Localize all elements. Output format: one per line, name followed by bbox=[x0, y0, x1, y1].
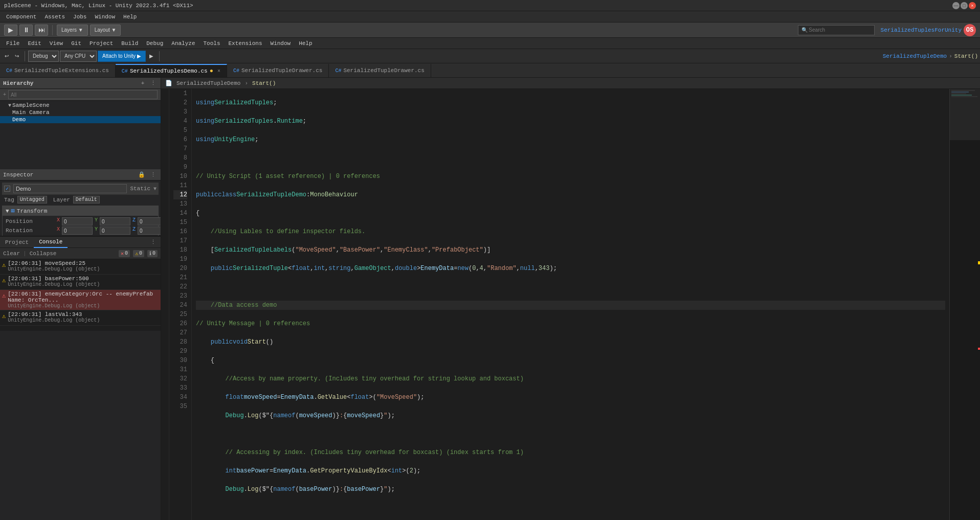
static-dropdown-arrow[interactable]: ▼ bbox=[153, 186, 157, 192]
hierarchy-search-input[interactable] bbox=[8, 90, 158, 99]
gameobject-name-row: Static ▼ bbox=[2, 183, 159, 195]
console-toolbar: Clear | Collapse ✕ 0 ⚠ 0 ℹ 0 bbox=[0, 248, 161, 259]
run-button[interactable]: ▶ bbox=[147, 51, 156, 62]
tab-3[interactable]: C# SerializedTupleDrawer.cs bbox=[329, 64, 431, 77]
tab-close-1[interactable]: × bbox=[217, 69, 220, 74]
pause-button[interactable]: ⏸ bbox=[19, 25, 33, 36]
gameobject-name-input[interactable] bbox=[13, 184, 127, 193]
rotation-row: Rotation X Y Z bbox=[6, 226, 155, 235]
x-label: X bbox=[57, 217, 60, 225]
separator3 bbox=[159, 51, 160, 61]
vs-breadcrumb-bar: 📄 SerializedTupleDemo › Start() bbox=[161, 78, 980, 89]
code-content[interactable]: using SerializedTuples; using Serialized… bbox=[192, 89, 949, 520]
tab-label-0: SerializedTupleExtensions.cs bbox=[14, 67, 109, 74]
tab-2[interactable]: C# SerializedTupleDrawer.cs bbox=[227, 64, 329, 77]
console-tab[interactable]: Console bbox=[34, 237, 68, 248]
layer-value[interactable]: Default bbox=[73, 196, 100, 204]
gameobject-active-checkbox[interactable] bbox=[4, 186, 10, 192]
breadcrumb-file-icon: 📄 bbox=[165, 80, 172, 86]
console-text-1: [22:06:31] basePower:500 UnityEngine.Deb… bbox=[8, 276, 100, 287]
rotation-x-input[interactable] bbox=[62, 227, 93, 235]
hierarchy-camera-item[interactable]: Main Camera bbox=[0, 109, 161, 116]
inspector-title: Inspector bbox=[3, 172, 33, 178]
vs-menu-tools[interactable]: Tools bbox=[199, 39, 225, 48]
console-entry-0[interactable]: ⚠ [22:06:31] moveSpeed:25 UnityEngine.De… bbox=[0, 259, 161, 275]
vs-menu-extensions[interactable]: Extensions bbox=[225, 39, 266, 48]
menu-assets[interactable]: Assets bbox=[40, 13, 69, 21]
rz-label: Z bbox=[132, 227, 136, 235]
console-collapse-button[interactable]: Collapse bbox=[30, 251, 57, 257]
menu-help[interactable]: Help bbox=[119, 13, 141, 21]
menu-window[interactable]: Window bbox=[91, 13, 119, 21]
close-button[interactable]: × bbox=[969, 2, 976, 9]
console-menu-icon[interactable]: ⋮ bbox=[148, 238, 158, 247]
code-line-14: public void Start() bbox=[196, 337, 945, 347]
maximize-button[interactable]: □ bbox=[961, 2, 968, 9]
debug-config-dropdown[interactable]: Debug bbox=[28, 51, 59, 62]
vs-menu-git[interactable]: Git bbox=[67, 39, 85, 48]
vs-menu-project[interactable]: Project bbox=[85, 39, 117, 48]
vs-menu-view[interactable]: View bbox=[46, 39, 67, 48]
tab-0[interactable]: C# SerializedTupleExtensions.cs bbox=[0, 64, 116, 77]
transform-label: Transform bbox=[17, 208, 47, 214]
hierarchy-demo-item[interactable]: Demo bbox=[0, 116, 161, 123]
redo-button[interactable]: ↪ bbox=[12, 51, 21, 62]
console-entry-2[interactable]: ⚠ [22:06:31] enemyCategory:Orc -- enemyP… bbox=[0, 290, 161, 310]
search-icon: + bbox=[3, 92, 6, 98]
tab-1[interactable]: C# SerializedTuplesDemo.cs ● × bbox=[116, 64, 227, 77]
inspector-panel: Inspector 🔒 ⋮ Static ▼ Tag bbox=[0, 169, 161, 236]
code-editor[interactable]: 12345 678910 1112131415 1617181920 21222… bbox=[161, 89, 980, 520]
rotation-y-input[interactable] bbox=[100, 227, 130, 235]
code-area: 📄 SerializedTupleDemo › Start() 12345 67… bbox=[161, 78, 980, 520]
undo-button[interactable]: ↩ bbox=[2, 51, 11, 62]
scene-name: SampleScene bbox=[12, 102, 50, 108]
rotation-z-input[interactable] bbox=[138, 227, 161, 235]
warning-count: 0 bbox=[139, 251, 142, 256]
vs-menu-help[interactable]: Help bbox=[295, 39, 316, 48]
minimize-button[interactable]: — bbox=[952, 2, 960, 9]
tag-value[interactable]: Untagged bbox=[17, 196, 47, 204]
layout-button[interactable]: Layout ▼ bbox=[90, 25, 121, 36]
console-tab-icons: ⋮ bbox=[148, 238, 161, 247]
position-y-input[interactable] bbox=[100, 217, 130, 225]
minimap[interactable] bbox=[949, 89, 980, 520]
code-line-8: //Using Lables to define inspector field… bbox=[196, 227, 945, 236]
vs-menu-build[interactable]: Build bbox=[117, 39, 142, 48]
platform-dropdown[interactable]: Any CPU bbox=[60, 51, 97, 62]
breadcrumb-sep: › bbox=[949, 53, 952, 59]
step-button[interactable]: ⏭ bbox=[35, 25, 48, 36]
vs-menu-edit[interactable]: Edit bbox=[24, 39, 45, 48]
hierarchy-header: Hierarchy + ⋮ bbox=[0, 78, 161, 89]
vs-menu-file[interactable]: File bbox=[2, 39, 24, 48]
vs-menu-analyze[interactable]: Analyze bbox=[167, 39, 199, 48]
code-line-18: Debug.Log($"{nameof(moveSpeed)}:{moveSpe… bbox=[196, 411, 945, 420]
menu-jobs[interactable]: Jobs bbox=[69, 13, 91, 21]
inspector-lock-icon[interactable]: 🔒 bbox=[137, 170, 146, 179]
hierarchy-scene-item[interactable]: ▼ SampleScene bbox=[0, 102, 161, 109]
hierarchy-add-icon[interactable]: + bbox=[138, 79, 147, 88]
attach-unity-button[interactable]: Attach to Unity ▶ bbox=[98, 51, 146, 62]
console-entry-3[interactable]: ⚠ [22:06:31] lastVal:343 UnityEngine.Deb… bbox=[0, 310, 161, 326]
position-x-input[interactable] bbox=[62, 217, 93, 225]
vs-menu-window[interactable]: Window bbox=[266, 39, 295, 48]
position-z-input[interactable] bbox=[138, 217, 161, 225]
project-tab[interactable]: Project bbox=[0, 237, 34, 248]
inspector-menu-icon[interactable]: ⋮ bbox=[148, 170, 158, 179]
layers-button[interactable]: Layers ▼ bbox=[57, 25, 88, 36]
minimap-scrollbar[interactable] bbox=[950, 89, 980, 140]
transform-section: ▼ ⊞ Transform Position X Y bbox=[2, 206, 159, 236]
vs-menu-debug[interactable]: Debug bbox=[142, 39, 167, 48]
separator bbox=[52, 25, 53, 35]
console-entry-1[interactable]: ⚠ [22:06:31] basePower:500 UnityEngine.D… bbox=[0, 275, 161, 290]
window-controls: — □ × bbox=[952, 2, 976, 9]
warning-icon: ⚠ bbox=[135, 251, 138, 257]
console-counts: ✕ 0 ⚠ 0 ℹ 0 bbox=[119, 250, 158, 257]
play-button[interactable]: ▶ bbox=[4, 25, 17, 36]
console-clear-button[interactable]: Clear bbox=[3, 251, 20, 257]
search-input[interactable] bbox=[798, 25, 875, 35]
hierarchy-menu-icon[interactable]: ⋮ bbox=[148, 79, 158, 88]
code-line-9: [SerializedTupleLabels("MoveSpeed", "Bas… bbox=[196, 245, 945, 255]
code-line-7: { bbox=[196, 209, 945, 218]
menu-component[interactable]: Component bbox=[2, 13, 40, 21]
unity-menu-bar: Component Assets Jobs Window Help bbox=[0, 11, 980, 22]
